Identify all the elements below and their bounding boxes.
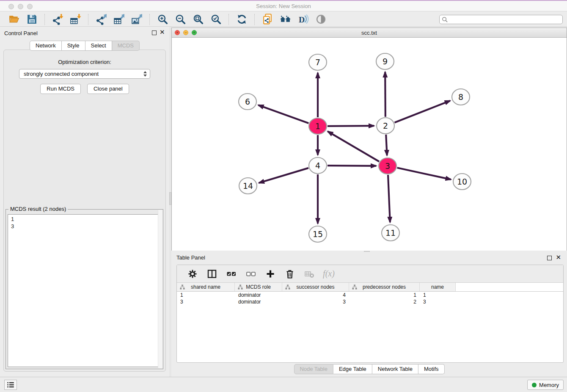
apply-style-icon[interactable]: D xyxy=(296,13,310,26)
network-graph[interactable]: 7968124314101511 xyxy=(172,38,567,251)
mcds-result-box: MCDS result (2 nodes) 1 3 xyxy=(6,209,163,369)
zoom-out-icon[interactable] xyxy=(173,13,187,26)
open-session-icon[interactable] xyxy=(7,13,21,26)
columns-icon[interactable] xyxy=(205,268,219,280)
tab-network-table[interactable]: Network Table xyxy=(372,364,418,374)
column-header-successor-nodes[interactable]: successor nodes xyxy=(282,283,349,291)
graph-node-4[interactable]: 4 xyxy=(309,157,327,174)
graph-node-11[interactable]: 11 xyxy=(382,225,399,241)
eye-icon[interactable] xyxy=(314,13,328,26)
table-tabs: Node TableEdge TableNetwork TableMotifs xyxy=(294,364,444,374)
close-panel-icon[interactable]: ✕ xyxy=(160,29,165,36)
cell-name[interactable]: 1 xyxy=(420,292,456,298)
zoom-fit-icon[interactable] xyxy=(191,13,205,26)
column-header-predecessor-nodes[interactable]: predecessor nodes xyxy=(349,283,420,291)
export-table-icon[interactable] xyxy=(112,13,126,26)
network-canvas[interactable]: 7968124314101511 xyxy=(172,38,567,251)
tab-style[interactable]: Style xyxy=(62,41,85,51)
run-mcds-button[interactable]: Run MCDS xyxy=(40,84,81,94)
graph-node-9[interactable]: 9 xyxy=(376,53,394,69)
graph-node-7[interactable]: 7 xyxy=(309,54,327,70)
import-network-icon[interactable] xyxy=(51,13,64,26)
graph-edge-4-3[interactable] xyxy=(328,166,376,166)
search-field[interactable] xyxy=(439,15,563,24)
graph-edge-4-14[interactable] xyxy=(259,168,308,183)
graph-edge-2-3[interactable] xyxy=(386,135,387,155)
cell-predecessor_nodes[interactable]: 2 xyxy=(349,298,420,305)
graph-node-2[interactable]: 2 xyxy=(377,118,394,134)
cell-shared_name[interactable]: 1 xyxy=(177,292,235,298)
zoom-selected-icon[interactable] xyxy=(209,13,223,26)
cell-shared_name[interactable]: 3 xyxy=(177,298,235,305)
cell-mcds_role[interactable]: dominator xyxy=(235,298,282,305)
graph-edge-2-8[interactable] xyxy=(394,101,450,123)
clear-table-icon[interactable] xyxy=(303,268,316,280)
memory-button[interactable]: Memory xyxy=(527,380,564,390)
toolbar-separator xyxy=(149,14,150,25)
graph-node-3[interactable]: 3 xyxy=(379,158,396,174)
search-icon xyxy=(442,17,448,23)
refresh-icon[interactable] xyxy=(235,13,248,26)
task-history-button[interactable] xyxy=(4,380,17,390)
export-network-icon[interactable] xyxy=(94,13,108,26)
graph-node-8[interactable]: 8 xyxy=(452,89,470,105)
search-input[interactable] xyxy=(448,16,562,23)
graph-node-15[interactable]: 15 xyxy=(309,226,327,242)
main-toolbar: D xyxy=(0,12,567,27)
memory-label: Memory xyxy=(539,382,559,388)
column-header-shared-name[interactable]: shared name xyxy=(177,283,235,291)
export-image-icon[interactable] xyxy=(130,13,143,26)
tab-network[interactable]: Network xyxy=(30,41,62,51)
float-panel-icon[interactable] xyxy=(547,256,552,260)
cell-successor_nodes[interactable]: 3 xyxy=(282,298,349,305)
gear-icon[interactable] xyxy=(186,268,199,280)
cell-successor_nodes[interactable]: 4 xyxy=(282,292,349,298)
column-header-MCDS-role[interactable]: MCDS role xyxy=(235,283,282,291)
show-all-networks-icon[interactable] xyxy=(278,13,292,26)
node-table-card: f(x) shared nameMCDS rolesuccessor nodes… xyxy=(176,265,564,363)
graph-edge-1-6[interactable] xyxy=(258,105,308,123)
table-row[interactable]: 1dominator411 xyxy=(177,292,563,298)
toolbar-separator xyxy=(88,14,88,25)
cell-predecessor_nodes[interactable]: 1 xyxy=(349,292,420,298)
svg-text:7: 7 xyxy=(315,58,320,67)
delete-icon[interactable] xyxy=(283,268,297,280)
close-panel-icon[interactable]: ✕ xyxy=(556,254,561,261)
graph-edge-3-11[interactable] xyxy=(388,175,390,222)
network-window-titlebar: × − + scc.txt xyxy=(172,28,567,38)
tab-select[interactable]: Select xyxy=(85,41,112,51)
graph-edge-3-1[interactable] xyxy=(328,131,379,161)
scrollbar-track[interactable] xyxy=(158,210,162,368)
graph-node-10[interactable]: 10 xyxy=(453,174,471,190)
tab-mcds[interactable]: MCDS xyxy=(112,41,140,51)
table-row[interactable]: 3dominator323 xyxy=(177,298,563,305)
criterion-value: strongly connected component xyxy=(24,71,99,77)
graph-node-14[interactable]: 14 xyxy=(239,178,257,194)
tab-node-table[interactable]: Node Table xyxy=(294,364,333,374)
cell-mcds_role[interactable]: dominator xyxy=(235,292,282,298)
clone-network-icon[interactable] xyxy=(261,13,274,26)
toolbar-separator xyxy=(254,14,255,25)
graph-node-6[interactable]: 6 xyxy=(239,94,256,110)
save-session-icon[interactable] xyxy=(25,13,39,26)
function-icon[interactable]: f(x) xyxy=(322,268,336,280)
column-header-name[interactable]: name xyxy=(420,283,456,291)
float-panel-icon[interactable] xyxy=(152,30,157,35)
deselect-all-icon[interactable] xyxy=(244,268,258,280)
tab-motifs[interactable]: Motifs xyxy=(418,364,445,374)
mcds-result-text[interactable]: 1 3 xyxy=(8,214,161,367)
content-area: Control Panel ✕ NetworkStyleSelectMCDS O… xyxy=(0,27,567,377)
graph-edge-1-2[interactable] xyxy=(328,126,374,126)
import-table-icon[interactable] xyxy=(69,13,82,26)
add-row-icon[interactable] xyxy=(264,268,277,280)
svg-text:3: 3 xyxy=(385,161,390,171)
tab-edge-table[interactable]: Edge Table xyxy=(333,364,372,374)
close-panel-button[interactable]: Close panel xyxy=(87,84,129,94)
graph-edge-2-9[interactable] xyxy=(385,72,385,117)
graph-node-1[interactable]: 1 xyxy=(309,118,327,134)
criterion-dropdown[interactable]: strongly connected component xyxy=(19,69,150,79)
graph-edge-3-10[interactable] xyxy=(397,168,451,179)
zoom-in-icon[interactable] xyxy=(156,13,169,26)
cell-name[interactable]: 3 xyxy=(420,298,456,305)
select-all-icon[interactable] xyxy=(225,268,238,280)
